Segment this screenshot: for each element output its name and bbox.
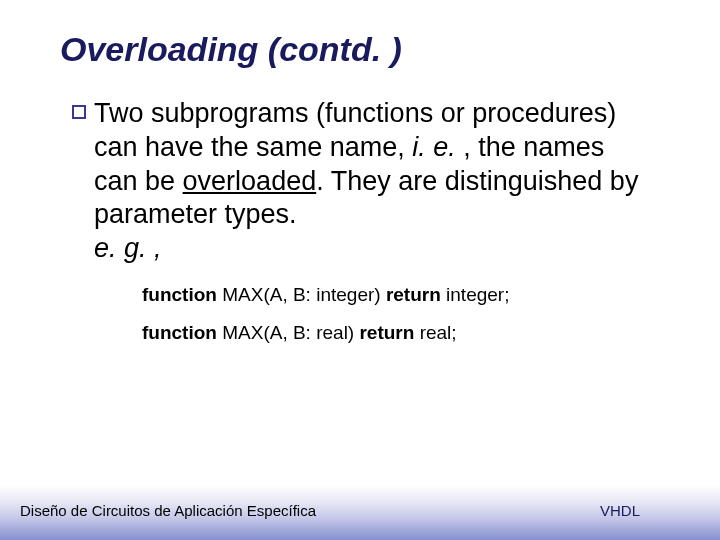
footer-right-text: VHDL: [600, 502, 640, 519]
text-eg: e. g. ,: [94, 233, 162, 263]
text-overloaded: overloaded: [183, 166, 317, 196]
bullet-text: Two subprograms (functions or procedures…: [94, 97, 650, 266]
footer-bar: Diseño de Circuitos de Aplicación Especí…: [0, 485, 720, 540]
bullet-item: Two subprograms (functions or procedures…: [72, 97, 650, 266]
code-line-1: function MAX(A, B: integer) return integ…: [142, 284, 650, 306]
keyword-return: return: [359, 322, 414, 343]
keyword-return: return: [386, 284, 441, 305]
code-text: real;: [414, 322, 456, 343]
square-bullet-icon: [72, 105, 86, 119]
slide-title: Overloading (contd. ): [60, 30, 680, 69]
footer-left-text: Diseño de Circuitos de Aplicación Especí…: [20, 502, 316, 519]
slide-container: Overloading (contd. ) Two subprograms (f…: [0, 0, 720, 540]
keyword-function: function: [142, 322, 217, 343]
code-text: integer;: [441, 284, 510, 305]
content-area: Two subprograms (functions or procedures…: [72, 97, 650, 344]
keyword-function: function: [142, 284, 217, 305]
code-text: MAX(A, B: integer): [217, 284, 386, 305]
text-ie: i. e.: [412, 132, 463, 162]
code-line-2: function MAX(A, B: real) return real;: [142, 322, 650, 344]
code-text: MAX(A, B: real): [217, 322, 360, 343]
